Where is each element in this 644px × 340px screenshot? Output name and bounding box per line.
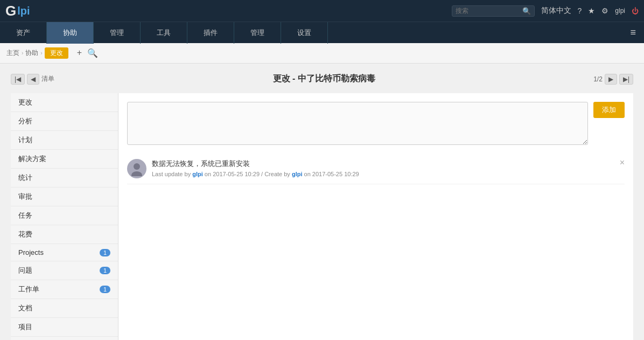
page-title: 更改 - 中了比特币勒索病毒 xyxy=(273,73,375,85)
add-breadcrumb-btn[interactable]: + xyxy=(77,48,82,58)
sidebar-item-workorders[interactable]: 工作单 1 xyxy=(11,280,118,299)
workorders-badge: 1 xyxy=(100,286,110,293)
sidebar-item-task[interactable]: 任务 xyxy=(11,206,118,225)
logo: Glpi xyxy=(5,3,30,19)
logo-g: G xyxy=(5,3,16,19)
content-split: 更改 分析 计划 解决方案 统计 审批 任务 花费 Projects 1 问题 … xyxy=(11,93,633,340)
search-breadcrumb-btn[interactable]: 🔍 xyxy=(87,48,98,58)
nav-item-admin[interactable]: 管理 xyxy=(234,22,281,44)
gear-icon[interactable]: ⚙ xyxy=(601,6,608,15)
breadcrumb-sep-1: › xyxy=(22,50,23,56)
nav-item-tools[interactable]: 工具 xyxy=(141,22,187,44)
page-nav-left: |◀ ◀ 清单 xyxy=(11,74,54,85)
problems-badge: 1 xyxy=(100,267,110,274)
help-icon[interactable]: ? xyxy=(578,6,582,15)
power-icon[interactable]: ⏻ xyxy=(632,7,639,15)
left-sidebar: 更改 分析 计划 解决方案 统计 审批 任务 花费 Projects 1 问题 … xyxy=(11,93,118,340)
nav-item-plugins[interactable]: 插件 xyxy=(187,22,234,44)
nav-item-management[interactable]: 管理 xyxy=(94,22,141,44)
top-bar: Glpi 🔍 简体中文 ? ★ ⚙ glpi ⏻ xyxy=(0,0,644,22)
sidebar-item-costs[interactable]: 花费 xyxy=(11,225,118,244)
svg-point-1 xyxy=(131,171,142,176)
sidebar-item-items[interactable]: 项目 xyxy=(11,318,118,337)
sidebar-item-docs[interactable]: 文档 xyxy=(11,299,118,318)
projects-badge: 1 xyxy=(100,249,110,256)
breadcrumb-assistance[interactable]: 协助 xyxy=(25,48,38,58)
sidebar-item-analysis[interactable]: 分析 xyxy=(11,112,118,131)
note-body: 数据无法恢复，系统已重新安装 Last update by glpi on 20… xyxy=(152,159,625,177)
lang-switch[interactable]: 简体中文 xyxy=(541,6,571,16)
page-nav-right: 1/2 ▶ ▶| xyxy=(593,74,633,85)
page-title-area: 更改 - 中了比特币勒索病毒 xyxy=(273,73,375,85)
breadcrumb-current: 更改 xyxy=(45,47,68,59)
sidebar-item-projects[interactable]: Projects 1 xyxy=(11,244,118,261)
avatar xyxy=(127,159,146,178)
right-content: 添加 数据无法恢复，系统已重新安装 Last update by glpi on… xyxy=(118,93,633,340)
sidebar-item-approval[interactable]: 审批 xyxy=(11,188,118,206)
prev-page-btn[interactable]: ◀ xyxy=(27,74,39,85)
note-meta: Last update by glpi on 2017-05-25 10:29 … xyxy=(152,171,625,177)
last-page-btn[interactable]: ▶| xyxy=(619,74,633,85)
note-input-area: 添加 xyxy=(127,102,625,145)
note-text: 数据无法恢复，系统已重新安装 xyxy=(152,159,625,169)
sidebar-item-notes[interactable]: Notes 1 xyxy=(11,337,118,340)
note-textarea[interactable] xyxy=(127,102,588,145)
star-icon[interactable]: ★ xyxy=(588,6,595,15)
top-right: 🔍 简体中文 ? ★ ⚙ glpi ⏻ xyxy=(452,5,639,17)
main-content: |◀ ◀ 清单 更改 - 中了比特币勒索病毒 1/2 ▶ ▶| 更改 分析 计划… xyxy=(0,64,644,340)
search-box[interactable]: 🔍 xyxy=(452,5,535,17)
breadcrumb: 主页 › 协助 › 更改 + 🔍 xyxy=(0,43,644,64)
breadcrumb-home[interactable]: 主页 xyxy=(6,48,19,58)
sidebar-item-stats[interactable]: 统计 xyxy=(11,169,118,188)
svg-point-0 xyxy=(134,163,140,170)
username-label: glpi xyxy=(615,7,625,15)
page-counter: 1/2 xyxy=(593,75,603,83)
sidebar-item-solution[interactable]: 解决方案 xyxy=(11,150,118,169)
nav-bar: 资产 协助 管理 工具 插件 管理 设置 ≡ xyxy=(0,22,644,43)
sidebar-item-plan[interactable]: 计划 xyxy=(11,131,118,150)
logo-lpi: lpi xyxy=(17,5,30,17)
note-textarea-row: 添加 xyxy=(127,102,625,145)
nav-item-assistance[interactable]: 协助 xyxy=(47,22,94,44)
search-icon[interactable]: 🔍 xyxy=(522,7,531,15)
hamburger-icon[interactable]: ≡ xyxy=(622,27,644,38)
nav-item-settings[interactable]: 设置 xyxy=(281,22,328,44)
first-page-btn[interactable]: |◀ xyxy=(11,74,25,85)
note-close-btn[interactable]: × xyxy=(620,158,625,168)
add-note-button[interactable]: 添加 xyxy=(593,102,625,118)
page-header: |◀ ◀ 清单 更改 - 中了比特币勒索病毒 1/2 ▶ ▶| xyxy=(11,69,633,89)
search-input[interactable] xyxy=(456,7,520,15)
breadcrumb-actions: + 🔍 xyxy=(77,48,98,58)
sidebar-item-problems[interactable]: 问题 1 xyxy=(11,261,118,280)
sidebar-item-change[interactable]: 更改 xyxy=(11,93,118,112)
breadcrumb-sep-2: › xyxy=(40,50,42,56)
list-label: 清单 xyxy=(41,74,54,84)
nav-item-assets[interactable]: 资产 xyxy=(0,22,47,44)
next-page-btn[interactable]: ▶ xyxy=(605,74,617,85)
note-entry: 数据无法恢复，系统已重新安装 Last update by glpi on 20… xyxy=(127,154,625,184)
